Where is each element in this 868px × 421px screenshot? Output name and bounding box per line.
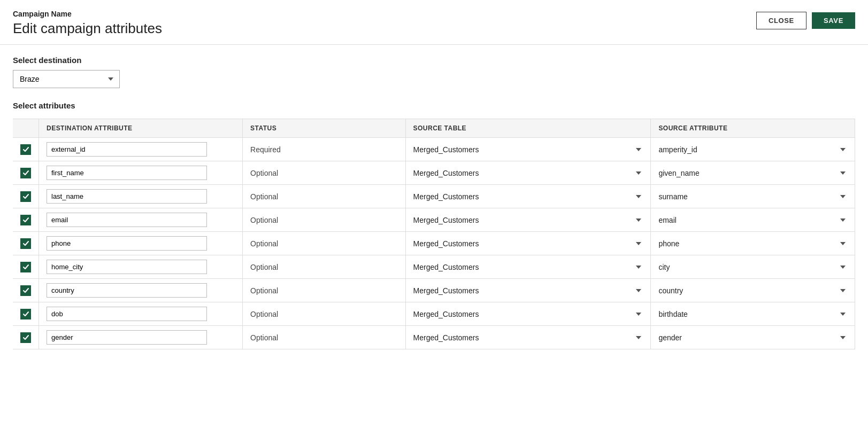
- dest-attr-input-4[interactable]: [47, 236, 207, 251]
- col-header-status: STATUS: [243, 119, 406, 138]
- dest-attr-input-3[interactable]: [47, 213, 207, 227]
- destination-select[interactable]: Braze Salesforce Google Ads: [13, 70, 120, 88]
- source-attr-chevron-0[interactable]: [839, 145, 847, 154]
- header-left: Campaign Name Edit campaign attributes: [13, 10, 162, 37]
- checkbox-4[interactable]: [20, 238, 31, 249]
- dest-attr-input-8[interactable]: [47, 330, 207, 345]
- dest-attr-input-0[interactable]: [47, 142, 207, 157]
- close-button[interactable]: CLOSE: [756, 12, 806, 29]
- source-table-text-8: Merged_Customers: [413, 333, 632, 342]
- source-table-chevron-2[interactable]: [634, 192, 643, 201]
- source-table-chevron-7[interactable]: [634, 310, 643, 318]
- source-attr-cell-2[interactable]: surname: [651, 185, 855, 208]
- source-table-cell-2[interactable]: Merged_Customers: [405, 185, 651, 208]
- campaign-name: Campaign Name: [13, 10, 162, 18]
- dest-attr-cell-8: [39, 326, 243, 349]
- source-table-text-0: Merged_Customers: [413, 145, 632, 154]
- source-attr-chevron-4[interactable]: [839, 239, 847, 248]
- table-row: OptionalMerged_Customerscountry: [13, 279, 855, 302]
- destination-label: Select destination: [13, 56, 855, 65]
- source-attr-chevron-5[interactable]: [839, 263, 847, 271]
- row-checkbox-cell-1: [13, 161, 39, 185]
- source-table-text-5: Merged_Customers: [413, 263, 632, 271]
- source-table-text-4: Merged_Customers: [413, 239, 632, 248]
- source-attr-cell-5[interactable]: city: [651, 255, 855, 279]
- row-checkbox-cell-6: [13, 279, 39, 302]
- checkbox-8[interactable]: [20, 332, 31, 343]
- checkbox-7[interactable]: [20, 309, 31, 319]
- attributes-table: DESTINATION ATTRIBUTE STATUS SOURCE TABL…: [13, 119, 855, 349]
- status-cell-2: Optional: [243, 185, 406, 208]
- source-attr-text-5: city: [658, 263, 835, 271]
- source-attr-cell-3[interactable]: email: [651, 208, 855, 232]
- source-table-cell-8[interactable]: Merged_Customers: [405, 326, 651, 349]
- dest-attr-cell-7: [39, 302, 243, 326]
- source-table-cell-7[interactable]: Merged_Customers: [405, 302, 651, 326]
- source-attr-chevron-7[interactable]: [839, 310, 847, 318]
- source-attr-text-3: email: [658, 216, 835, 224]
- checkbox-0[interactable]: [20, 144, 31, 155]
- main-content: Select destination Braze Salesforce Goog…: [0, 45, 868, 360]
- source-attr-chevron-1[interactable]: [839, 169, 847, 177]
- source-table-cell-3[interactable]: Merged_Customers: [405, 208, 651, 232]
- source-table-text-3: Merged_Customers: [413, 216, 632, 224]
- header-actions: CLOSE SAVE: [756, 12, 855, 29]
- source-attr-chevron-6[interactable]: [839, 286, 847, 295]
- source-table-chevron-6[interactable]: [634, 286, 643, 295]
- checkbox-2[interactable]: [20, 191, 31, 202]
- destination-select-wrapper: Braze Salesforce Google Ads: [13, 70, 120, 88]
- source-table-text-6: Merged_Customers: [413, 286, 632, 295]
- source-table-chevron-3[interactable]: [634, 216, 643, 224]
- dest-attr-cell-5: [39, 255, 243, 279]
- save-button[interactable]: SAVE: [812, 12, 855, 29]
- source-table-cell-0[interactable]: Merged_Customers: [405, 138, 651, 161]
- source-attr-cell-8[interactable]: gender: [651, 326, 855, 349]
- source-table-cell-4[interactable]: Merged_Customers: [405, 232, 651, 255]
- dest-attr-cell-0: [39, 138, 243, 161]
- status-cell-8: Optional: [243, 326, 406, 349]
- source-table-cell-1[interactable]: Merged_Customers: [405, 161, 651, 185]
- source-attr-cell-4[interactable]: phone: [651, 232, 855, 255]
- checkbox-1[interactable]: [20, 168, 31, 178]
- source-table-chevron-4[interactable]: [634, 239, 643, 248]
- dest-attr-input-5[interactable]: [47, 260, 207, 274]
- status-cell-3: Optional: [243, 208, 406, 232]
- row-checkbox-cell-5: [13, 255, 39, 279]
- dest-attr-input-6[interactable]: [47, 283, 207, 298]
- source-table-chevron-0[interactable]: [634, 145, 643, 154]
- row-checkbox-cell-0: [13, 138, 39, 161]
- source-table-text-1: Merged_Customers: [413, 169, 632, 177]
- status-cell-4: Optional: [243, 232, 406, 255]
- source-attr-cell-7[interactable]: birthdate: [651, 302, 855, 326]
- source-table-chevron-5[interactable]: [634, 263, 643, 271]
- source-table-cell-6[interactable]: Merged_Customers: [405, 279, 651, 302]
- checkbox-5[interactable]: [20, 262, 31, 272]
- source-attr-text-4: phone: [658, 239, 835, 248]
- source-attr-cell-0[interactable]: amperity_id: [651, 138, 855, 161]
- source-table-chevron-1[interactable]: [634, 169, 643, 177]
- status-cell-6: Optional: [243, 279, 406, 302]
- dest-attr-cell-6: [39, 279, 243, 302]
- source-attr-chevron-8[interactable]: [839, 333, 847, 342]
- status-cell-0: Required: [243, 138, 406, 161]
- page-title: Edit campaign attributes: [13, 20, 162, 37]
- table-row: OptionalMerged_Customersphone: [13, 232, 855, 255]
- dest-attr-input-2[interactable]: [47, 189, 207, 204]
- source-attr-cell-6[interactable]: country: [651, 279, 855, 302]
- source-table-cell-5[interactable]: Merged_Customers: [405, 255, 651, 279]
- col-header-source-attr: SOURCE ATTRIBUTE: [651, 119, 855, 138]
- source-attr-chevron-2[interactable]: [839, 192, 847, 201]
- table-header-row: DESTINATION ATTRIBUTE STATUS SOURCE TABL…: [13, 119, 855, 138]
- source-attr-chevron-3[interactable]: [839, 216, 847, 224]
- dest-attr-input-1[interactable]: [47, 166, 207, 180]
- source-attr-text-8: gender: [658, 333, 835, 342]
- source-attr-text-1: given_name: [658, 169, 835, 177]
- source-attr-cell-1[interactable]: given_name: [651, 161, 855, 185]
- checkbox-6[interactable]: [20, 285, 31, 296]
- checkbox-3[interactable]: [20, 215, 31, 225]
- source-table-chevron-8[interactable]: [634, 333, 643, 342]
- source-attr-text-6: country: [658, 286, 835, 295]
- table-row: OptionalMerged_Customersbirthdate: [13, 302, 855, 326]
- dest-attr-input-7[interactable]: [47, 307, 207, 321]
- row-checkbox-cell-2: [13, 185, 39, 208]
